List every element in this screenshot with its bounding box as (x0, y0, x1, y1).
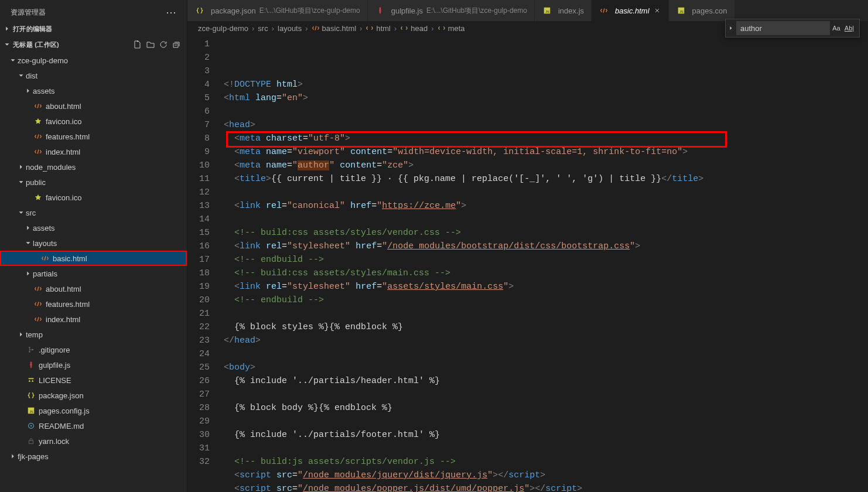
workspace-section[interactable]: 无标题 (工作区) (0, 36, 187, 53)
editor-tab[interactable]: JSpages.con (669, 0, 735, 21)
code-line[interactable] (224, 442, 868, 455)
open-editors-section[interactable]: 打开的编辑器 (0, 21, 187, 36)
tab-bar: package.jsonE:\...\GitHub项目\zce-gulp-dem… (187, 0, 868, 21)
collapse-all-icon[interactable] (170, 39, 182, 50)
code-line[interactable]: <meta name="viewport" content="width=dev… (224, 145, 868, 159)
tree-folder[interactable]: dist (0, 68, 187, 83)
editor-area: package.jsonE:\...\GitHub项目\zce-gulp-dem… (187, 0, 868, 492)
tree-folder[interactable]: public (0, 175, 187, 190)
code-line[interactable]: <html lang="en"> (224, 91, 868, 105)
breadcrumb-item[interactable]: basic.html (312, 24, 357, 33)
code-line[interactable]: {% include '../partials/header.html' %} (224, 374, 868, 388)
code-line[interactable] (224, 213, 868, 226)
code-line[interactable]: {% block styles %}{% endblock %} (224, 320, 868, 334)
breadcrumb-item[interactable]: meta (438, 24, 465, 33)
tree-file[interactable]: JSpages.config.js (0, 403, 187, 418)
tree-file[interactable]: package.json (0, 388, 187, 403)
code-line[interactable] (224, 415, 868, 428)
breadcrumb-item[interactable]: html (365, 24, 391, 33)
tree-folder[interactable]: src (0, 205, 187, 220)
svg-text:JS: JS (679, 9, 684, 14)
tree-item-label: assets (33, 224, 55, 233)
lock-icon (26, 437, 36, 445)
code-line[interactable]: <meta name="author" content="zce"> (224, 159, 868, 172)
code-line[interactable]: <!-- build:js assets/scripts/vendor.js -… (224, 455, 868, 469)
match-case-toggle[interactable]: Aa (830, 22, 843, 35)
tree-file[interactable]: about.html (0, 281, 187, 296)
explorer-title: 资源管理器 (11, 8, 46, 18)
editor-tab[interactable]: JSindex.js (535, 0, 592, 21)
tree-folder[interactable]: temp (0, 327, 187, 342)
tree-file[interactable]: README.md (0, 418, 187, 433)
code-line[interactable]: {% include '../partials/footer.html' %} (224, 428, 868, 442)
tree-file[interactable]: about.html (0, 98, 187, 114)
code-line[interactable]: <!-- endbuild --> (224, 293, 868, 307)
code-line[interactable]: </head> (224, 334, 868, 347)
tree-file[interactable]: features.html (0, 129, 187, 144)
line-number: 24 (187, 347, 210, 361)
code-line[interactable]: <!DOCTYPE html> (224, 78, 868, 91)
tree-file[interactable]: index.html (0, 312, 187, 327)
code-line[interactable]: <script src="/node_modules/jquery/dist/j… (224, 469, 868, 482)
tree-folder[interactable]: layouts (0, 235, 187, 251)
tree-file[interactable]: features.html (0, 296, 187, 312)
breadcrumb-item[interactable]: head (400, 24, 428, 33)
code-line[interactable]: {% block body %}{% endblock %} (224, 401, 868, 415)
editor-tab[interactable]: gulpfile.jsE:\...\GitHub项目\zce-gulp-demo (368, 0, 535, 21)
tree-folder[interactable]: fjk-pages (0, 449, 187, 464)
code-editor[interactable]: 1234567891011121314151617181920212223242… (187, 35, 868, 492)
line-number: 32 (187, 455, 210, 469)
tab-path: E:\...\GitHub项目\zce-gulp-demo (259, 6, 360, 16)
code-line[interactable]: <!-- build:css assets/styles/main.css --… (224, 266, 868, 280)
refresh-icon[interactable] (158, 39, 169, 50)
tree-file[interactable]: yarn.lock (0, 433, 187, 449)
chevron-down-icon (16, 209, 26, 217)
chevron-right-icon[interactable] (726, 19, 736, 37)
tree-file[interactable]: favicon.ico (0, 190, 187, 205)
tree-folder[interactable]: node_modules (0, 159, 187, 175)
editor-tab[interactable]: basic.html (592, 0, 669, 21)
tree-folder[interactable]: zce-gulp-demo (0, 53, 187, 68)
open-editors-label: 打开的编辑器 (13, 25, 53, 33)
new-folder-icon[interactable] (145, 39, 156, 50)
tree-item-label: gulpfile.js (39, 361, 70, 370)
breadcrumb-item[interactable]: layouts (278, 24, 302, 33)
close-icon[interactable] (653, 6, 661, 15)
tab-label: package.json (211, 6, 256, 15)
tree-file[interactable]: index.html (0, 144, 187, 159)
code-line[interactable]: <body> (224, 361, 868, 374)
tree-file[interactable]: favicon.ico (0, 114, 187, 129)
new-file-icon[interactable] (132, 39, 143, 50)
code-line[interactable]: <meta charset="utf-8"> (224, 132, 868, 145)
code-line[interactable] (224, 388, 868, 401)
breadcrumb-item[interactable]: zce-gulp-demo (198, 24, 248, 33)
code-line[interactable]: <link rel="stylesheet" href="/node_modul… (224, 240, 868, 253)
code-line[interactable]: <head> (224, 118, 868, 132)
tree-item-label: favicon.ico (46, 193, 81, 202)
code-line[interactable]: <!-- build:css assets/styles/vendor.css … (224, 226, 868, 240)
whole-word-toggle[interactable]: Ab| (843, 22, 856, 35)
code-line[interactable]: <link rel="canonical" href="https://zce.… (224, 199, 868, 213)
tree-file[interactable]: gulpfile.js (0, 357, 187, 373)
code-line[interactable]: <link rel="stylesheet" href="assets/styl… (224, 280, 868, 293)
find-input[interactable] (736, 21, 830, 35)
tree-file[interactable]: basic.html (0, 251, 187, 266)
code-line[interactable]: <title>{{ current | title }} · {{ pkg.na… (224, 172, 868, 186)
code-line[interactable] (224, 186, 868, 199)
chevron-right-icon (8, 452, 18, 460)
more-button[interactable]: ⋯ (163, 6, 179, 19)
code-line[interactable] (224, 307, 868, 320)
breadcrumb-item[interactable]: src (258, 24, 268, 33)
code-line[interactable]: <!-- endbuild --> (224, 253, 868, 266)
code-line[interactable]: <script src="/node_modules/popper.js/dis… (224, 482, 868, 492)
tree-folder[interactable]: assets (0, 83, 187, 98)
code-line[interactable] (224, 105, 868, 118)
tree-item-label: basic.html (53, 254, 87, 263)
editor-tab[interactable]: package.jsonE:\...\GitHub项目\zce-gulp-dem… (187, 0, 368, 21)
tree-folder[interactable]: assets (0, 220, 187, 235)
code-line[interactable] (224, 347, 868, 361)
tree-file[interactable]: LICENSE (0, 373, 187, 388)
tree-folder[interactable]: partials (0, 266, 187, 281)
tree-file[interactable]: .gitignore (0, 342, 187, 357)
code-content[interactable]: <!DOCTYPE html><html lang="en"><head> <m… (218, 35, 868, 492)
